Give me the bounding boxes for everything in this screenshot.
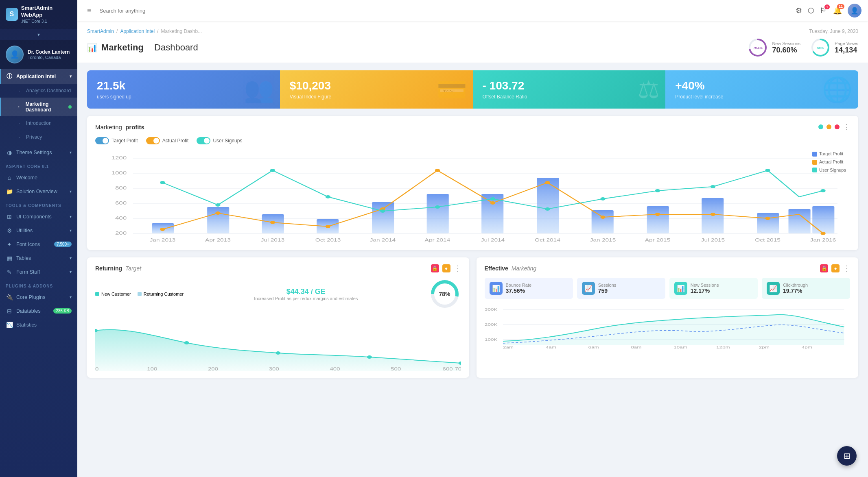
toggle-switch[interactable]	[146, 137, 160, 144]
lock-icon[interactable]: 🔒	[820, 264, 828, 272]
new-sessions-stat: 📊 New Sessions 12.17%	[669, 278, 758, 299]
svg-point-42	[820, 232, 825, 235]
breadcrumb-home[interactable]: SmartAdmin	[87, 28, 114, 34]
dot-icon: ·	[15, 120, 23, 126]
content-area: SmartAdmin / Application Intel / Marketi…	[77, 21, 868, 477]
sidebar-item-welcome[interactable]: ⌂ Welcome	[0, 171, 77, 185]
user-location: Toronto, Canada	[28, 55, 70, 60]
sidebar-item-font-icons[interactable]: ✦ Font Icons 7,500+	[0, 237, 77, 251]
svg-text:300: 300	[269, 367, 279, 371]
logo-icon: S	[6, 8, 18, 21]
svg-text:Jan 2015: Jan 2015	[590, 238, 616, 243]
card-bg-icon: 👥	[244, 75, 274, 104]
page-views-info: Page Views 14,134	[835, 41, 858, 54]
fab-button[interactable]: ⊞	[837, 446, 857, 466]
page-title-bold: Marketing	[101, 42, 144, 53]
sidebar-item-label: UI Components	[16, 214, 52, 220]
sidebar-item-label: Introduction	[26, 120, 52, 126]
expand-icon: ▾	[70, 74, 72, 78]
sidebar-item-core-plugins[interactable]: 🔌 Core Plugins ▾	[0, 290, 77, 304]
svg-text:400: 400	[330, 367, 340, 371]
svg-point-38	[600, 216, 605, 219]
toggle-target-profit[interactable]: Target Profit	[95, 137, 138, 144]
sidebar-item-solution-overview[interactable]: 📁 Solution Overview ▾	[0, 185, 77, 198]
toggle-switch[interactable]	[197, 137, 210, 144]
user-info: Dr. Codex Lantern Toronto, Canada	[28, 49, 70, 60]
clickthrough-info: Clickthrough 19.77%	[783, 283, 808, 294]
sidebar-item-introduction[interactable]: · Introduction	[0, 116, 77, 130]
edit-icon[interactable]: ●	[442, 264, 450, 272]
components-icon: ⊞	[6, 213, 13, 220]
chart-legend: Target Profit Actual Profit User Signups	[812, 150, 846, 174]
returning-desc: Increased Profit as per redux margins an…	[190, 296, 422, 301]
stat-label: Sessions	[598, 283, 617, 288]
toggle-knob	[204, 138, 210, 144]
bounce-rate-stat: 📊 Bounce Rate 37.56%	[485, 278, 573, 299]
sidebar-item-statistics[interactable]: 📉 Statistics	[0, 318, 77, 332]
flag-button[interactable]: 🏳 1	[820, 7, 827, 15]
expand-icon: ▾	[70, 214, 72, 219]
plugin-icon: 🔌	[6, 294, 13, 301]
sidebar-item-form-stuff[interactable]: ✎ Form Stuff ▾	[0, 265, 77, 279]
card-title: Returning Target	[95, 265, 141, 272]
returning-chart: 0 100 200 300 400 500 600 700	[95, 314, 461, 371]
dot-red	[835, 124, 840, 129]
page-views-stat: 65% Page Views 14,134	[810, 37, 858, 58]
bounce-info: Bounce Rate 37.56%	[506, 283, 532, 294]
svg-text:12pm: 12pm	[716, 345, 730, 349]
nav-badge: 235 KB	[53, 308, 72, 314]
sidebar-item-application-intel[interactable]: ⓘ Application Intel ▾	[0, 69, 77, 84]
svg-text:Apr 2014: Apr 2014	[425, 238, 450, 243]
toggle-user-signups[interactable]: User Signups	[197, 137, 242, 144]
svg-text:200K: 200K	[485, 322, 498, 326]
new-sessions-icon: 📊	[674, 282, 687, 295]
bell-button[interactable]: 🔔 11	[833, 6, 842, 15]
sidebar-item-marketing-dashboard[interactable]: · Marketing Dashboard	[0, 98, 77, 116]
nav-section-plugins: PLUGINS & ADDONS	[0, 279, 77, 290]
title-italic: Marketing	[512, 265, 536, 272]
edit-icon[interactable]: ●	[831, 264, 840, 272]
legend-label: New Customer	[101, 292, 131, 296]
flag-badge: 1	[824, 4, 830, 9]
card-icons: 🔒 ● ⋮	[431, 264, 461, 273]
sidebar-item-tables[interactable]: ▦ Tables ▾	[0, 251, 77, 265]
expand-icon: ▾	[70, 150, 72, 155]
lock-icon[interactable]: 🔒	[431, 264, 439, 272]
sidebar-item-datatables[interactable]: ⊟ Datatables 235 KB	[0, 304, 77, 318]
effective-stats-row: 📊 Bounce Rate 37.56% 📈 Sessions 759	[485, 278, 851, 299]
sidebar-item-analytics-dashboard[interactable]: · Analytics Dashboard	[0, 84, 77, 98]
card-menu-button[interactable]: ⋮	[843, 264, 850, 273]
user-profile: 👤 Dr. Codex Lantern Toronto, Canada	[0, 40, 77, 69]
svg-point-49	[490, 197, 495, 200]
user-avatar-button[interactable]: 👤	[848, 4, 861, 17]
topbar: ≡ ⚙ ⬡ 🏳 1 🔔 11 👤	[77, 0, 868, 21]
svg-text:100: 100	[147, 367, 157, 371]
expand-icon: ▾	[70, 228, 72, 233]
datatable-icon: ⊟	[6, 308, 13, 314]
card-menu-button[interactable]: ⋮	[454, 264, 461, 273]
cube-button[interactable]: ⬡	[808, 6, 814, 15]
svg-point-73	[275, 351, 280, 355]
legend-label: Actual Profit	[819, 158, 843, 166]
svg-point-54	[765, 169, 770, 172]
sidebar-item-label: Statistics	[16, 322, 37, 328]
toggle-actual-profit[interactable]: Actual Profit	[146, 137, 189, 144]
chart-menu-button[interactable]: ⋮	[843, 122, 850, 131]
menu-button[interactable]: ≡	[84, 4, 95, 17]
breadcrumb-section[interactable]: Application Intel	[120, 28, 155, 34]
svg-text:Apr 2013: Apr 2013	[205, 238, 231, 243]
card-header: Returning Target 🔒 ● ⋮	[95, 264, 461, 273]
svg-point-55	[820, 189, 825, 192]
toggle-switch[interactable]	[95, 137, 109, 144]
search-input[interactable]	[100, 8, 791, 14]
dot-icon: ·	[15, 104, 22, 110]
collapse-button[interactable]: ▾	[0, 29, 77, 40]
bounce-icon: 📊	[490, 282, 503, 295]
title-bold: Effective	[485, 265, 508, 272]
sidebar-item-utilities[interactable]: ⚙ Utilities ▾	[0, 224, 77, 237]
title-italic: Target	[125, 265, 141, 272]
settings-button[interactable]: ⚙	[796, 6, 802, 15]
sidebar-item-theme-settings[interactable]: ◑ Theme Settings ▾	[0, 146, 77, 159]
sidebar-item-privacy[interactable]: · Privacy	[0, 130, 77, 144]
sidebar-item-ui-components[interactable]: ⊞ UI Components ▾	[0, 210, 77, 224]
